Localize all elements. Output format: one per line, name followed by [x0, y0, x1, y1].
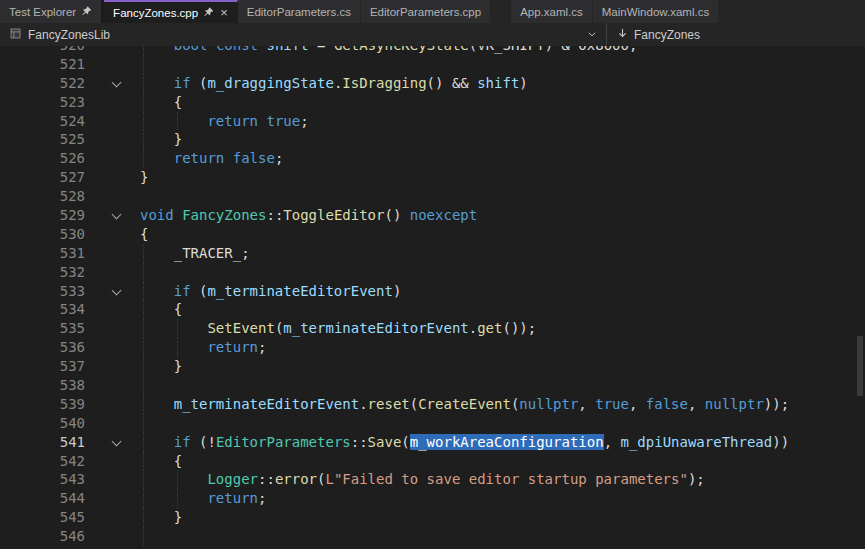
line-number[interactable]: 542 [0, 452, 88, 471]
line-number[interactable]: 535 [0, 319, 88, 338]
line-number[interactable]: 522 [0, 74, 88, 93]
token-pl [140, 320, 207, 336]
chevron-down-icon[interactable] [112, 436, 122, 446]
code-text[interactable]: bool const shift = GetAsyncKeyState(VK_S… [140, 46, 855, 55]
tab-FancyZones.cpp[interactable]: FancyZones.cpp × [104, 0, 238, 23]
token-kw: nullptr [705, 396, 764, 412]
token-pl: :: [258, 471, 275, 487]
code-text[interactable] [140, 55, 855, 74]
line-number[interactable]: 523 [0, 93, 88, 112]
code-text[interactable]: { [140, 93, 855, 112]
code-text[interactable]: } [140, 130, 855, 149]
tab-Test Explorer[interactable]: Test Explorer [0, 0, 104, 23]
tab-MainWindow.xaml.cs[interactable]: MainWindow.xaml.cs [593, 0, 719, 23]
token-pl: ()); [502, 320, 536, 336]
fold-margin[interactable] [88, 74, 140, 93]
chevron-down-icon[interactable] [112, 210, 122, 220]
line-number[interactable]: 539 [0, 395, 88, 414]
code-text[interactable] [140, 376, 855, 395]
code-text[interactable]: SetEvent(m_terminateEditorEvent.get()); [140, 319, 855, 338]
code-editor: 520 bool const shift = GetAsyncKeyState(… [0, 46, 865, 549]
member-scope-label: FancyZones [634, 28, 700, 42]
code-text[interactable] [140, 527, 855, 546]
code-text[interactable]: _TRACER_; [140, 244, 855, 263]
token-pl: ; [300, 113, 308, 129]
vertical-scrollbar[interactable] [855, 46, 865, 549]
code-text[interactable]: return true; [140, 112, 855, 131]
line-number[interactable]: 529 [0, 206, 88, 225]
code-line-525: 525 } [0, 130, 855, 149]
line-number[interactable]: 541 [0, 433, 88, 452]
close-icon[interactable]: × [220, 6, 228, 19]
arrow-down-icon [617, 27, 628, 42]
project-scope-dropdown[interactable]: FancyZonesLib [0, 23, 606, 46]
line-number[interactable]: 524 [0, 112, 88, 131]
code-tokens: { [140, 453, 182, 469]
token-pl [174, 207, 182, 223]
line-number[interactable]: 527 [0, 168, 88, 187]
line-number[interactable]: 546 [0, 527, 88, 546]
line-number[interactable]: 526 [0, 149, 88, 168]
line-number[interactable]: 543 [0, 470, 88, 489]
navigation-bar: FancyZonesLib FancyZones [0, 23, 865, 46]
code-text[interactable]: } [140, 168, 855, 187]
code-text[interactable]: if (!EditorParameters::Save(m_workAreaCo… [140, 433, 855, 452]
code-text[interactable]: return; [140, 489, 855, 508]
line-number[interactable]: 536 [0, 338, 88, 357]
fold-margin[interactable] [88, 433, 140, 452]
tab-EditorParameters.cpp[interactable]: EditorParameters.cpp [361, 0, 491, 23]
document-tab-bar: Test Explorer FancyZones.cpp ×EditorPara… [0, 0, 865, 23]
member-scope-dropdown[interactable]: FancyZones [607, 23, 865, 46]
line-number[interactable]: 540 [0, 414, 88, 433]
code-text[interactable]: } [140, 508, 855, 527]
code-text[interactable] [140, 263, 855, 282]
code-text[interactable]: return false; [140, 149, 855, 168]
tab-EditorParameters.cs[interactable]: EditorParameters.cs [238, 0, 361, 23]
line-number[interactable]: 537 [0, 357, 88, 376]
code-text[interactable] [140, 187, 855, 206]
code-text[interactable]: { [140, 452, 855, 471]
line-number[interactable]: 533 [0, 282, 88, 301]
code-text[interactable]: return; [140, 338, 855, 357]
chevron-down-icon[interactable] [112, 77, 122, 87]
line-number[interactable]: 525 [0, 130, 88, 149]
line-number[interactable]: 545 [0, 508, 88, 527]
line-number[interactable]: 520 [0, 46, 88, 55]
fold-margin[interactable] [88, 206, 140, 225]
code-line-532: 532 [0, 263, 855, 282]
fold-margin [88, 300, 140, 319]
fold-margin [88, 489, 140, 508]
code-text[interactable]: if (m_terminateEditorEvent) [140, 282, 855, 301]
code-text[interactable]: } [140, 357, 855, 376]
token-kw: void [140, 207, 174, 223]
line-number[interactable]: 544 [0, 489, 88, 508]
code-text[interactable]: m_terminateEditorEvent.reset(CreateEvent… [140, 395, 855, 414]
fold-margin [88, 527, 140, 546]
pin-icon[interactable] [81, 6, 92, 17]
chevron-down-icon[interactable] [112, 285, 122, 295]
line-number[interactable]: 521 [0, 55, 88, 74]
line-number[interactable]: 538 [0, 376, 88, 395]
token-fn: IsDragging [342, 75, 426, 91]
code-text[interactable]: void FancyZones::ToggleEditor() noexcept [140, 206, 855, 225]
code-text[interactable]: Logger::error(L"Failed to save editor st… [140, 470, 855, 489]
line-number[interactable]: 531 [0, 244, 88, 263]
tab-App.xaml.cs[interactable]: App.xaml.cs [511, 0, 593, 23]
code-line-530: 530{ [0, 225, 855, 244]
fold-margin[interactable] [88, 282, 140, 301]
token-pl: = [309, 46, 334, 53]
token-pl: ( [191, 75, 208, 91]
code-text[interactable]: { [140, 225, 855, 244]
code-text[interactable]: { [140, 300, 855, 319]
fold-margin [88, 168, 140, 187]
code-line-522: 522 if (m_draggingState.IsDragging() && … [0, 74, 855, 93]
code-line-529: 529void FancyZones::ToggleEditor() noexc… [0, 206, 855, 225]
code-text[interactable]: if (m_draggingState.IsDragging() && shif… [140, 74, 855, 93]
line-number[interactable]: 532 [0, 263, 88, 282]
line-number[interactable]: 528 [0, 187, 88, 206]
line-number[interactable]: 534 [0, 300, 88, 319]
scrollbar-thumb[interactable] [857, 336, 863, 396]
code-text[interactable] [140, 414, 855, 433]
line-number[interactable]: 530 [0, 225, 88, 244]
pin-icon[interactable] [203, 7, 214, 18]
